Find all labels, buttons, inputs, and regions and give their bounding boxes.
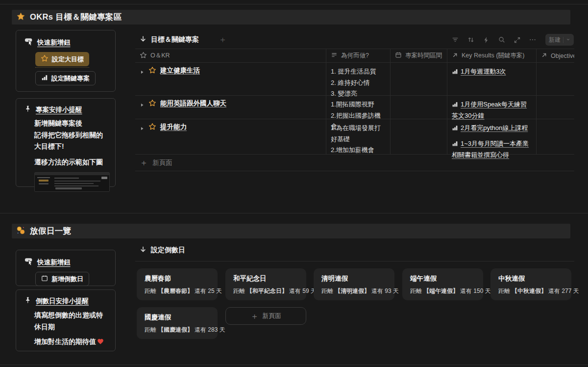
bottom-divider <box>0 365 588 365</box>
add-view-icon[interactable]: ＋ <box>219 35 227 44</box>
holiday-card-countdown: 距離【國慶連假】還有 283 天 <box>145 326 210 334</box>
bar-chart-icon <box>452 124 458 134</box>
new-entry-label: 新建 <box>549 36 561 44</box>
kr-link[interactable]: 1月每週運動3次 <box>461 68 506 75</box>
countdown-view-title: 設定倒數日 <box>151 246 185 255</box>
table-row: 提升能力 1.為在職場發展打好基礎 2.增加加薪機會 2月看完python線上課… <box>135 119 574 155</box>
holiday-quick-add-heading: 快速新增鈕 <box>37 258 71 267</box>
expand-toggle-icon[interactable] <box>140 68 145 77</box>
why-item: 1.開拓國際視野 <box>331 99 386 110</box>
holiday-note-line2: 增加對生活的期待值 <box>34 336 107 349</box>
goal-star-icon <box>148 99 156 109</box>
holiday-card[interactable]: 國慶連假 距離【國慶連假】還有 283 天 <box>137 307 218 339</box>
holiday-card-countdown: 距離【農曆春節】還有 25 天 <box>145 287 210 295</box>
kr-link[interactable]: 2月看完python線上課程 <box>461 124 528 131</box>
kr-link[interactable]: 1~3月每月閱讀一本產業相關書籍並撰寫心得 <box>452 140 529 158</box>
why-item: 2. 維持好心情 <box>331 78 386 89</box>
holiday-section-title: 放假日一覽 <box>30 226 72 236</box>
arrow-down-icon <box>139 35 147 44</box>
filter-icon[interactable] <box>451 36 459 44</box>
bar-chart-icon <box>452 100 458 110</box>
set-goal-button[interactable]: 設定大目標 <box>35 52 89 66</box>
okr-view-tab[interactable]: 目標＆關鍵專案 ＋ <box>139 35 227 44</box>
expand-toggle-icon[interactable] <box>140 101 145 109</box>
red-heart-icon <box>97 337 104 349</box>
why-item: 2.增加加薪機會 <box>331 145 386 156</box>
timespan-cell[interactable] <box>391 119 447 154</box>
okr-section-header[interactable]: OKRs 目標＆關鍵專案區 <box>12 10 570 25</box>
kr-link[interactable]: 1月使用Speak每天練習英文30分鐘 <box>452 101 527 119</box>
countdown-view-tab[interactable]: 設定倒數日 <box>139 245 185 255</box>
calendar-icon <box>41 275 48 283</box>
okr-note-heading: 專案安排小提醒 <box>36 105 82 114</box>
objective-cell[interactable] <box>537 119 574 154</box>
table-row: 能用英語跟外國人聊天 1.開拓國際視野 2.把握出國參訪機會 1月使用Speak… <box>135 96 574 119</box>
bar-chart-icon <box>41 74 48 82</box>
table-header-row: O＆KR 為何而做? 專案時間區間 Key Results (關鍵專案) Obj… <box>135 49 574 63</box>
holiday-card-countdown: 距離【端午連假】還有 150 天 <box>410 287 475 295</box>
new-page-label: 新頁面 <box>262 312 281 320</box>
section-divider <box>0 213 588 213</box>
pushpin-icon <box>24 105 32 115</box>
holiday-quick-add-card: 快速新增鈕 新增倒數日 <box>16 250 116 286</box>
database-toolbar: 新建 <box>451 34 574 46</box>
goal-title-link[interactable]: 建立健康生活 <box>160 66 200 75</box>
holiday-card-title: 端午連假 <box>410 274 475 283</box>
holiday-card[interactable]: 農曆春節 距離【農曆春節】還有 25 天 <box>137 268 218 300</box>
holiday-note-line1: 填寫想倒數的出遊或特休日期 <box>34 310 107 333</box>
holiday-card-title: 國慶連假 <box>145 313 210 322</box>
goal-title-link[interactable]: 能用英語跟外國人聊天 <box>160 99 226 108</box>
relation-arrow-icon <box>541 52 547 60</box>
more-options-icon[interactable] <box>529 36 537 44</box>
holiday-card[interactable]: 中秋連假 距離【中秋連假】還有 277 天 <box>490 268 571 300</box>
goal-star-icon <box>148 123 156 132</box>
holiday-card[interactable]: 清明連假 距離【清明連假】還有 93 天 <box>314 268 394 300</box>
chevron-down-icon <box>566 36 570 43</box>
set-key-project-label: 設定關鍵專案 <box>51 74 90 83</box>
expand-icon[interactable] <box>514 36 521 44</box>
holiday-card[interactable]: 和平紀念日 距離【和平紀念日】還有 59 天 <box>225 268 306 300</box>
relation-arrow-icon <box>452 52 458 60</box>
column-header-objective[interactable]: Objective <box>537 49 574 62</box>
gallery-new-page-button[interactable]: ＋ 新頁面 <box>225 307 306 325</box>
cursor-click-icon <box>24 257 33 268</box>
set-key-project-button[interactable]: 設定關鍵專案 <box>35 71 96 85</box>
lightning-icon[interactable] <box>483 36 490 44</box>
search-icon[interactable] <box>498 36 506 44</box>
objective-cell[interactable] <box>537 63 574 95</box>
holiday-card[interactable]: 端午連假 距離【端午連假】還有 150 天 <box>402 268 483 300</box>
okr-quick-add-card: 快速新增鈕 設定大目標 設定關鍵專案 <box>16 30 116 92</box>
expand-toggle-icon[interactable] <box>140 124 145 133</box>
holiday-card-title: 中秋連假 <box>498 274 564 283</box>
set-goal-label: 設定大目標 <box>52 55 84 64</box>
timespan-cell[interactable] <box>391 96 447 119</box>
holiday-card-countdown: 距離【清明連假】還有 93 天 <box>321 287 387 295</box>
bar-chart-icon <box>452 139 458 150</box>
text-lines-icon <box>331 52 338 60</box>
bar-chart-icon <box>452 67 458 78</box>
column-header-why[interactable]: 為何而做? <box>326 49 391 62</box>
timespan-cell[interactable] <box>391 63 447 95</box>
holiday-card-countdown: 距離【中秋連假】還有 277 天 <box>498 287 564 295</box>
pushpin-icon <box>24 296 32 306</box>
holiday-reminder-card: 倒數日安排小提醒 填寫想倒數的出遊或特休日期 增加對生活的期待值 <box>16 289 116 351</box>
why-item: 1. 提升生活品質 <box>331 66 386 78</box>
goal-star-icon <box>148 66 156 76</box>
objective-cell[interactable] <box>537 96 574 119</box>
new-page-label: 新頁面 <box>152 158 172 167</box>
column-header-key-results[interactable]: Key Results (關鍵專案) <box>447 49 537 62</box>
plus-icon: ＋ <box>140 158 148 167</box>
add-countdown-label: 新增倒數日 <box>51 275 83 284</box>
new-entry-button[interactable]: 新建 <box>545 34 574 46</box>
star-outline-icon <box>41 54 49 64</box>
goal-title-link[interactable]: 提升能力 <box>160 123 187 131</box>
column-header-okr[interactable]: O＆KR <box>135 49 326 62</box>
holiday-section-header[interactable]: 放假日一覽 <box>12 224 570 238</box>
add-countdown-button[interactable]: 新增倒數日 <box>35 272 89 286</box>
calendar-icon <box>395 52 402 60</box>
holiday-card-countdown: 距離【和平紀念日】還有 59 天 <box>233 287 298 295</box>
gallery-divider <box>135 261 574 262</box>
sort-icon[interactable] <box>467 36 475 44</box>
column-header-timespan[interactable]: 專案時間區間 <box>391 49 447 62</box>
quick-add-heading: 快速新增鈕 <box>37 38 71 47</box>
